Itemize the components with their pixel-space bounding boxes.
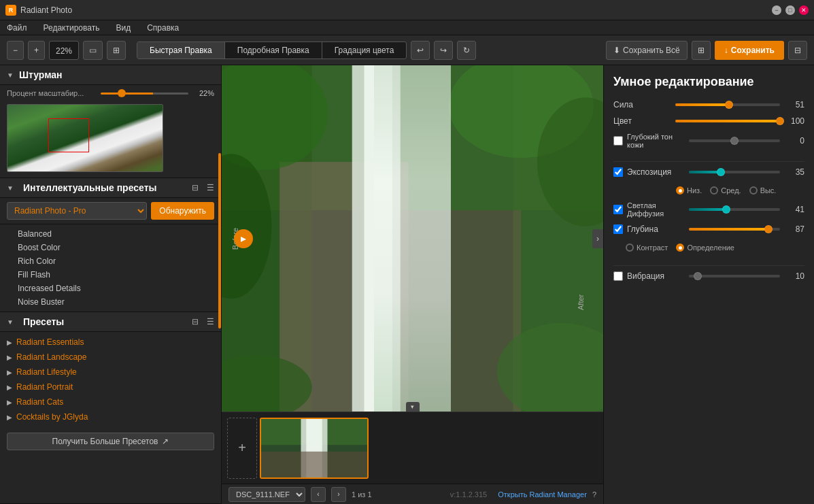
catalog-item-landscape[interactable]: ▶ Radiant Landscape <box>0 350 221 365</box>
expo-radio-mid[interactable]: Сред. <box>710 186 741 195</box>
control-row-sila: Сила 51 <box>613 100 804 110</box>
grid-toggle-button[interactable]: ⊞ <box>692 41 711 60</box>
depth-slider-thumb[interactable] <box>764 225 773 233</box>
menu-view[interactable]: Вид <box>113 22 133 34</box>
tab-detail-edit[interactable]: Подробная Правка <box>225 42 322 58</box>
expo-radio-row: Низ. Сред. Выс. <box>613 184 804 197</box>
prev-image-button[interactable]: ‹ <box>311 487 326 502</box>
open-manager-link[interactable]: Открыть Radiant Manager <box>498 490 587 499</box>
before-after-toggle[interactable]: ▸ <box>234 229 253 248</box>
right-panel-toggle[interactable]: › <box>592 229 603 248</box>
catalog-item-essentials[interactable]: ▶ Radiant Essentials <box>0 335 221 350</box>
zoom-value: 22% <box>49 41 79 60</box>
preset-item-boost-color[interactable]: Boost Color <box>0 241 221 254</box>
catalog-item-lifestyle[interactable]: ▶ Radiant Lifestyle <box>0 365 221 380</box>
zoom-in-button[interactable]: + <box>28 41 45 60</box>
definition-label: Определение <box>687 243 734 252</box>
expo-checkbox[interactable] <box>613 167 623 177</box>
expo-slider-thumb[interactable] <box>717 168 725 176</box>
color-slider-thumb[interactable] <box>776 117 784 125</box>
expo-radio-high[interactable]: Выс. <box>749 186 777 195</box>
get-more-presets-button[interactable]: Получить Больше Пресетов ↗ <box>7 433 214 450</box>
navigator-section: ▼ Штурман Процент масштабир... 22% <box>0 65 221 178</box>
depth-slider-track[interactable] <box>689 228 780 231</box>
presets-list-icon[interactable]: ☰ <box>207 183 214 192</box>
catalog-list-icon[interactable]: ☰ <box>207 317 214 326</box>
contrast-radio-contrast[interactable]: Контраст <box>626 243 668 252</box>
page-info: 1 из 1 <box>352 490 372 499</box>
diffusion-slider-thumb[interactable] <box>722 205 730 214</box>
catalog-grid-icon[interactable]: ⊟ <box>192 317 199 326</box>
expo-radio-low[interactable]: Низ. <box>676 186 702 195</box>
essentials-arrow: ▶ <box>7 339 12 346</box>
refresh-button[interactable]: ↻ <box>457 41 476 60</box>
preset-item-rich-color[interactable]: Rich Color <box>0 254 221 268</box>
minimize-button[interactable]: − <box>772 5 781 15</box>
navigator-title: Штурман <box>19 69 63 80</box>
control-row-color: Цвет 100 <box>613 116 804 126</box>
save-all-button[interactable]: ⬇ Сохранить Всё <box>606 41 688 60</box>
diffusion-checkbox[interactable] <box>613 205 623 214</box>
undo-button[interactable]: ↩ <box>411 41 430 60</box>
left-panel: ▼ Штурман Процент масштабир... 22% ▼ Инт… <box>0 65 222 504</box>
skin-checkbox[interactable] <box>613 136 623 146</box>
preset-dropdown[interactable]: Radiant Photo - Pro <box>7 202 147 220</box>
diffusion-slider-track[interactable] <box>689 208 780 211</box>
maximize-button[interactable]: □ <box>785 5 795 15</box>
color-slider-track[interactable] <box>675 120 780 122</box>
preset-item-balanced[interactable]: Balanced <box>0 227 221 241</box>
sila-slider-fill <box>675 103 729 106</box>
zoom-percent: 22% <box>194 89 214 97</box>
detect-button[interactable]: Обнаружить <box>151 202 214 220</box>
catalog-item-cocktails[interactable]: ▶ Cocktails by JGlyda <box>0 409 221 424</box>
save-button[interactable]: ↓ Сохранить <box>715 41 784 60</box>
catalog-item-cats[interactable]: ▶ Radiant Cats <box>0 394 221 409</box>
menu-help[interactable]: Справка <box>144 22 182 34</box>
preset-selector-row: Radiant Photo - Pro Обнаружить <box>0 198 221 224</box>
vibrance-checkbox[interactable] <box>613 271 623 281</box>
crop-button[interactable]: ⊞ <box>107 41 126 60</box>
settings-button[interactable]: ⊟ <box>788 41 807 60</box>
add-image-button[interactable]: + <box>227 418 257 479</box>
help-icon[interactable]: ? <box>592 490 596 499</box>
expo-slider-track[interactable] <box>689 171 780 173</box>
preset-item-noise-buster[interactable]: Noise Buster <box>0 295 221 309</box>
contrast-radio-definition[interactable]: Определение <box>676 243 734 252</box>
navigator-header[interactable]: ▼ Штурман <box>0 65 221 85</box>
frame-button[interactable]: ▭ <box>83 41 103 60</box>
catalog-item-portrait[interactable]: ▶ Radiant Portrait <box>0 380 221 394</box>
filmstrip-collapse-arrow[interactable]: ▾ <box>406 402 420 411</box>
film-thumbnail[interactable] <box>260 418 369 479</box>
zoom-slider[interactable] <box>101 93 189 95</box>
skin-slider-thumb[interactable] <box>730 137 739 145</box>
depth-checkbox[interactable] <box>613 224 623 234</box>
color-slider-fill <box>675 120 780 122</box>
zoom-out-button[interactable]: − <box>7 41 24 60</box>
toolbar: − + 22% ▭ ⊞ Быстрая Правка Подробная Пра… <box>0 35 814 65</box>
editing-tabs: Быстрая Правка Подробная Правка Градация… <box>137 41 407 59</box>
menu-edit[interactable]: Редактировать <box>41 22 103 34</box>
close-button[interactable]: ✕ <box>799 5 809 15</box>
redo-button[interactable]: ↪ <box>434 41 453 60</box>
tab-quick-edit[interactable]: Быстрая Правка <box>137 42 225 58</box>
filmstrip-progress-area <box>371 444 598 452</box>
tab-color-grade[interactable]: Градация цвета <box>322 42 407 58</box>
sila-slider-thumb[interactable] <box>725 101 733 109</box>
filename-select[interactable]: DSC_9111.NEF <box>228 487 305 502</box>
menu-file[interactable]: Файл <box>4 22 30 34</box>
preset-item-increased-details[interactable]: Increased Details <box>0 282 221 295</box>
diffusion-label: Светлая Диффузия <box>627 201 685 218</box>
expo-radio-mid-dot <box>710 186 718 195</box>
vibrance-slider-track[interactable] <box>689 275 780 278</box>
vibrance-slider-thumb[interactable] <box>694 272 702 280</box>
sila-slider-track[interactable] <box>675 103 780 106</box>
catalog-chevron: ▼ <box>7 318 14 326</box>
presets-grid-icon[interactable]: ⊟ <box>192 183 199 192</box>
zoom-row: Процент масштабир... 22% <box>0 85 221 101</box>
essentials-label: Radiant Essentials <box>16 337 84 347</box>
mini-preview <box>7 104 214 172</box>
preset-item-fill-flash[interactable]: Fill Flash <box>0 268 221 282</box>
next-image-button[interactable]: › <box>331 487 346 502</box>
intellectual-presets-title: Интеллектуальные пресеты <box>23 182 157 193</box>
skin-slider-track[interactable] <box>689 139 780 142</box>
